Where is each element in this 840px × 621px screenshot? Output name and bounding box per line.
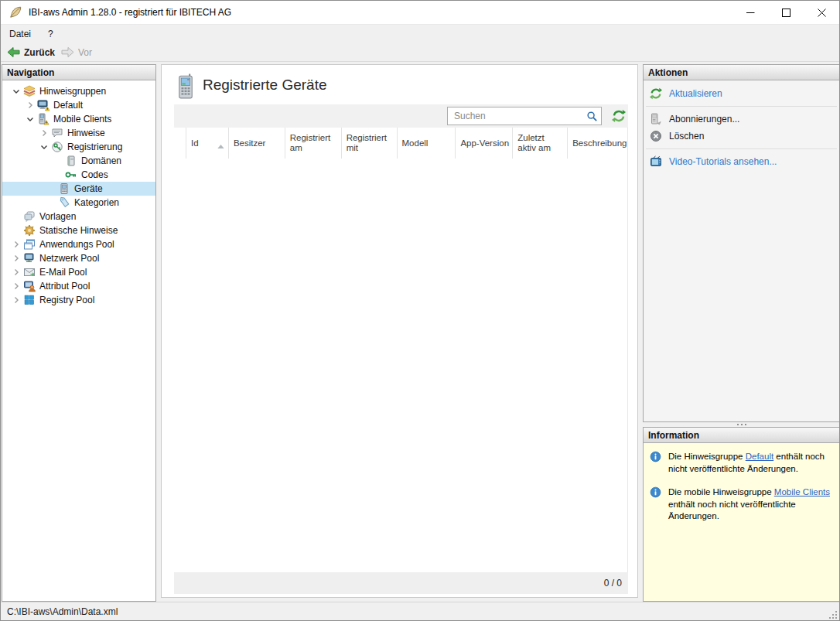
menu-datei[interactable]: Datei <box>1 25 39 43</box>
search-toolbar <box>174 104 628 128</box>
nav-item-netzwerk-pool[interactable]: Netzwerk Pool <box>2 251 155 265</box>
chevron-collapsed-icon[interactable] <box>36 126 51 140</box>
info-icon <box>650 486 661 498</box>
window-title: IBI-aws Admin 1.28.0 - registriert für I… <box>29 7 231 18</box>
chevron-none <box>43 182 58 196</box>
chevron-collapsed-icon[interactable] <box>9 279 23 293</box>
categories-icon <box>58 196 71 209</box>
back-arrow-icon <box>7 46 20 58</box>
info-message-mobile-clients: Die mobile Hinweisgruppe Mobile Clients … <box>650 486 835 523</box>
chevron-none <box>9 223 23 237</box>
divider <box>646 148 837 149</box>
maximize-button[interactable] <box>768 1 804 25</box>
information-header: Information <box>644 428 839 443</box>
resize-grip[interactable] <box>835 617 837 619</box>
search-input[interactable] <box>448 107 584 125</box>
application-pool-icon <box>23 238 36 251</box>
column-header-beschreibung[interactable]: Beschreibung <box>568 128 627 159</box>
subscriptions-icon <box>650 113 662 125</box>
devices-table: Id Besitzer Registriert am Registriert m… <box>174 128 628 572</box>
forward-arrow-icon <box>61 46 74 58</box>
table-footer: 0 / 0 <box>174 572 628 594</box>
actions-header: Aktionen <box>644 65 839 80</box>
column-header-zuletzt-aktiv-am[interactable]: Zuletzt aktiv am <box>513 128 568 159</box>
chevron-collapsed-icon[interactable] <box>9 237 23 251</box>
nav-item-hinweisgruppen[interactable]: Hinweisgruppen <box>2 84 155 98</box>
devices-icon <box>58 183 71 195</box>
nav-item-hinweise[interactable]: Hinweise <box>2 126 155 140</box>
menu-bar: Datei ? <box>1 25 839 43</box>
chevron-expanded-icon[interactable] <box>22 112 37 126</box>
forward-button-label: Vor <box>78 47 92 58</box>
information-list: Die Hinweisgruppe Default enthält noch n… <box>644 443 839 523</box>
table-header-row: Id Besitzer Registriert am Registriert m… <box>174 128 627 159</box>
chevron-none <box>50 168 65 182</box>
network-pool-icon <box>23 252 36 264</box>
minimize-button[interactable] <box>732 1 768 25</box>
search-icon[interactable] <box>586 111 598 122</box>
nav-item-registrierung[interactable]: Registrierung <box>2 140 155 154</box>
action-aktualisieren[interactable]: Aktualisieren <box>644 85 839 102</box>
nav-item-email-pool[interactable]: E-Mail Pool <box>2 265 155 279</box>
nav-item-domaenen[interactable]: Domänen <box>2 154 155 168</box>
nav-item-anwendungs-pool[interactable]: Anwendungs Pool <box>2 237 155 251</box>
chevron-collapsed-icon[interactable] <box>22 98 37 112</box>
navigation-panel: Navigation Hinweisgruppen Default Mobile… <box>2 64 156 602</box>
information-panel: Information Die Hinweisgruppe Default en… <box>643 427 840 602</box>
navigation-tree: Hinweisgruppen Default Mobile Clients Hi… <box>2 80 155 307</box>
chevron-none <box>9 210 23 223</box>
navigation-header: Navigation <box>2 65 155 80</box>
app-quill-icon <box>9 5 22 19</box>
refresh-icon[interactable] <box>612 109 626 123</box>
nav-item-vorlagen[interactable]: Vorlagen <box>2 210 155 223</box>
registry-pool-icon <box>23 294 36 306</box>
status-bar: C:\IBI-aws\Admin\Data.xml <box>1 602 839 621</box>
main-content-panel: Registrierte Geräte Id Besitzer Registri… <box>161 64 638 598</box>
chevron-expanded-icon[interactable] <box>36 140 51 154</box>
link-mobile-clients-group[interactable]: Mobile Clients <box>774 487 830 496</box>
static-notices-icon <box>23 224 36 237</box>
action-abonnierungen[interactable]: Abonnierungen... <box>644 111 839 128</box>
nav-item-registry-pool[interactable]: Registry Pool <box>2 293 155 307</box>
nav-item-statische-hinweise[interactable]: Statische Hinweise <box>2 223 155 237</box>
data-file-path: C:\IBI-aws\Admin\Data.xml <box>7 606 118 617</box>
chevron-collapsed-icon[interactable] <box>9 265 23 279</box>
nav-item-default[interactable]: Default <box>2 98 155 112</box>
mobile-device-icon <box>177 73 194 98</box>
chevron-collapsed-icon[interactable] <box>9 251 23 265</box>
nav-item-kategorien[interactable]: Kategorien <box>2 196 155 210</box>
link-default-group[interactable]: Default <box>746 452 773 461</box>
menu-help[interactable]: ? <box>39 25 62 43</box>
window-controls <box>732 1 839 25</box>
chevron-expanded-icon[interactable] <box>9 84 23 98</box>
search-box <box>447 107 602 125</box>
registration-icon <box>51 141 64 153</box>
back-button[interactable]: Zurück <box>4 44 58 61</box>
app-window: IBI-aws Admin 1.28.0 - registriert für I… <box>0 0 840 621</box>
column-header-app-version[interactable]: App-Version <box>456 128 513 159</box>
codes-icon <box>65 169 78 181</box>
nav-toolbar: Zurück Vor <box>1 43 839 62</box>
column-header-id[interactable]: Id <box>186 128 229 159</box>
nav-item-attribut-pool[interactable]: Attribut Pool <box>2 279 155 293</box>
info-icon <box>650 451 661 462</box>
chevron-collapsed-icon[interactable] <box>9 293 23 307</box>
close-button[interactable] <box>804 1 839 25</box>
column-header-besitzer[interactable]: Besitzer <box>229 128 285 159</box>
column-header-gutter <box>174 128 186 159</box>
nav-item-mobile-clients[interactable]: Mobile Clients <box>2 112 155 126</box>
attribute-pool-icon <box>23 280 36 292</box>
domains-icon <box>65 155 78 167</box>
nav-item-codes[interactable]: Codes <box>2 168 155 182</box>
column-header-registriert-am[interactable]: Registriert am <box>285 128 342 159</box>
column-header-modell[interactable]: Modell <box>398 128 456 159</box>
action-loeschen[interactable]: Löschen <box>644 128 839 145</box>
column-header-registriert-mit[interactable]: Registriert mit <box>342 128 398 159</box>
forward-button[interactable]: Vor <box>58 44 95 61</box>
actions-panel: Aktionen Aktualisieren Abonnierungen... … <box>643 64 840 422</box>
title-bar: IBI-aws Admin 1.28.0 - registriert für I… <box>1 1 839 25</box>
templates-icon <box>23 210 36 223</box>
action-video-tutorials[interactable]: Video-Tutorials ansehen... <box>644 153 839 170</box>
nav-item-geraete[interactable]: Geräte <box>2 182 155 196</box>
refresh-icon <box>650 87 662 100</box>
